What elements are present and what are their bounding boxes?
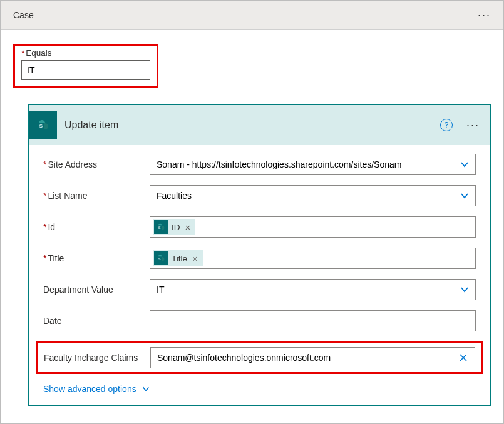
equals-input[interactable] xyxy=(21,60,150,80)
site-address-input[interactable] xyxy=(150,154,476,175)
show-advanced-label: Show advanced options xyxy=(43,384,136,394)
list-name-row: *List Name xyxy=(43,185,476,206)
title-row: *Title S Title × xyxy=(43,248,476,269)
action-header: S Update item ? ··· xyxy=(29,105,490,145)
equals-block: *Equals xyxy=(13,44,158,88)
svg-text:S: S xyxy=(158,226,161,230)
date-row: Date xyxy=(43,310,476,331)
action-menu-button[interactable]: ··· xyxy=(466,119,480,131)
chevron-down-icon[interactable] xyxy=(460,159,470,169)
faculty-incharge-input[interactable] xyxy=(150,347,475,368)
site-address-row: *Site Address xyxy=(43,154,476,175)
department-input[interactable] xyxy=(150,279,476,300)
token-remove-icon[interactable]: × xyxy=(191,253,199,264)
id-input[interactable]: S ID × xyxy=(150,216,476,238)
token-remove-icon[interactable]: × xyxy=(184,222,192,233)
id-row: *Id S ID × xyxy=(43,216,476,238)
clear-icon[interactable] xyxy=(459,353,468,362)
equals-label: *Equals xyxy=(21,48,150,58)
list-name-input[interactable] xyxy=(150,185,476,206)
date-label: Date xyxy=(43,316,150,326)
faculty-incharge-row: Faculty Incharge Claims xyxy=(44,347,475,368)
required-star: * xyxy=(21,48,24,58)
department-row: Department Value xyxy=(43,279,476,300)
sharepoint-icon: S xyxy=(29,111,57,139)
update-item-card: S Update item ? ··· *Site Address xyxy=(28,104,491,406)
token-title[interactable]: S Title × xyxy=(153,250,203,266)
site-address-label: *Site Address xyxy=(43,159,150,169)
svg-text:S: S xyxy=(39,123,43,129)
faculty-incharge-highlight: Faculty Incharge Claims xyxy=(36,341,483,374)
date-input[interactable] xyxy=(150,310,476,331)
svg-text:S: S xyxy=(158,257,161,261)
sharepoint-icon: S xyxy=(154,251,168,265)
case-title: Case xyxy=(13,10,34,20)
help-icon[interactable]: ? xyxy=(440,119,453,131)
case-header: Case ··· xyxy=(1,1,503,30)
id-label: *Id xyxy=(43,222,150,232)
show-advanced-button[interactable]: Show advanced options xyxy=(43,384,150,394)
title-label: *Title xyxy=(43,253,150,263)
title-input[interactable]: S Title × xyxy=(150,248,476,269)
token-label: ID xyxy=(172,223,180,232)
sharepoint-icon: S xyxy=(154,220,168,234)
chevron-down-icon[interactable] xyxy=(460,285,470,295)
chevron-down-icon xyxy=(141,385,150,393)
department-label: Department Value xyxy=(43,285,150,295)
action-title: Update item xyxy=(64,119,433,131)
faculty-incharge-label: Faculty Incharge Claims xyxy=(44,353,150,363)
token-id[interactable]: S ID × xyxy=(153,219,195,235)
chevron-down-icon[interactable] xyxy=(460,191,470,201)
list-name-label: *List Name xyxy=(43,191,150,201)
action-body: *Site Address *List Name xyxy=(29,145,490,405)
token-label: Title xyxy=(172,254,187,263)
case-menu-button[interactable]: ··· xyxy=(478,9,491,21)
